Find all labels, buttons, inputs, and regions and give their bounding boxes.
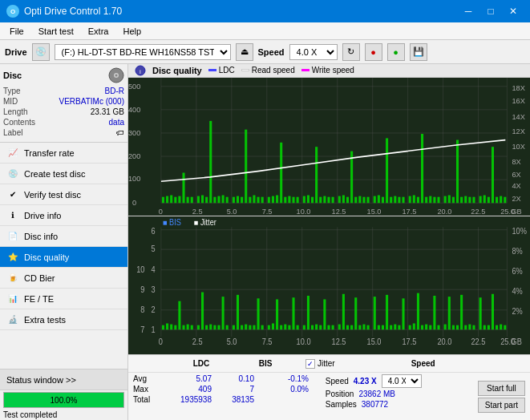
speed-label: Speed — [258, 47, 285, 57]
svg-rect-26 — [174, 196, 176, 203]
svg-rect-40 — [237, 196, 239, 203]
close-button[interactable]: ✕ — [503, 3, 524, 19]
jitter-checkbox[interactable]: ✓ — [305, 359, 315, 369]
drive-select[interactable]: (F:) HL-DT-ST BD-RE WH16NS58 TST4 — [55, 44, 231, 60]
speed-select[interactable]: 4.0 X — [289, 44, 338, 60]
svg-text:10.0: 10.0 — [297, 337, 311, 346]
svg-rect-169 — [249, 325, 251, 330]
maximize-button[interactable]: □ — [480, 3, 501, 19]
svg-rect-222 — [483, 325, 486, 330]
svg-rect-64 — [342, 195, 345, 203]
jitter-checkbox-container[interactable]: ✓ Jitter — [305, 359, 335, 369]
svg-rect-97 — [488, 196, 490, 203]
svg-text:12X: 12X — [512, 126, 526, 135]
svg-rect-65 — [346, 196, 349, 203]
mid-label: MID — [3, 97, 18, 106]
svg-rect-55 — [303, 196, 305, 203]
stats-right-panel: Speed 4.23 X 4.0 X Position 23862 MB Sam… — [321, 373, 473, 420]
svg-rect-214 — [448, 297, 451, 329]
svg-rect-48 — [272, 196, 274, 203]
content-area: i Disc quality LDC Read speed Write spee… — [128, 64, 530, 420]
svg-text:22.5: 22.5 — [471, 207, 485, 216]
svg-text:GB: GB — [511, 337, 521, 346]
svg-text:20.0: 20.0 — [437, 337, 451, 346]
refresh-button[interactable]: ↻ — [342, 43, 360, 61]
svg-rect-32 — [201, 195, 204, 203]
svg-rect-162 — [217, 325, 220, 330]
write-icon-button[interactable]: ● — [387, 43, 405, 61]
disc-section-title: Disc — [3, 71, 22, 80]
max-bis: 7 — [218, 385, 254, 394]
svg-text:12.5: 12.5 — [332, 337, 346, 346]
label-label: Label — [3, 128, 22, 137]
sidebar-item-drive-info[interactable]: ℹ Drive info — [0, 205, 127, 226]
chart-settings-icon[interactable]: i — [135, 65, 146, 76]
create-test-disc-icon: 💿 — [6, 168, 19, 180]
menu-file[interactable]: File — [3, 25, 30, 38]
read-icon-button[interactable]: ● — [365, 43, 382, 61]
svg-text:17.5: 17.5 — [402, 207, 416, 216]
samples-label: Samples — [326, 400, 357, 409]
menu-extra[interactable]: Extra — [82, 25, 115, 38]
svg-rect-43 — [249, 196, 251, 203]
sidebar-item-disc-info[interactable]: 📄 Disc info — [0, 226, 127, 247]
svg-rect-61 — [327, 196, 330, 203]
svg-rect-80 — [413, 195, 415, 203]
jitter-label: Jitter — [318, 359, 335, 368]
svg-rect-29 — [187, 196, 189, 203]
svg-text:2X: 2X — [512, 193, 522, 202]
svg-text:2.5: 2.5 — [192, 207, 203, 216]
disc-quality-icon: ⭐ — [6, 251, 19, 264]
svg-rect-191 — [346, 325, 349, 330]
svg-text:500: 500 — [128, 81, 140, 90]
svg-text:2%: 2% — [512, 307, 524, 316]
svg-rect-92 — [464, 196, 467, 203]
legend-read-speed: Read speed — [241, 66, 295, 75]
avg-label: Avg — [133, 374, 161, 383]
svg-text:5: 5 — [152, 244, 156, 253]
sidebar-item-cd-bier[interactable]: 🍺 CD Bier — [0, 268, 127, 289]
svg-text:17.5: 17.5 — [402, 337, 416, 346]
sidebar-item-verify-test-disc[interactable]: ✔ Verify test disc — [0, 184, 127, 205]
minimize-button[interactable]: ─ — [458, 3, 479, 19]
svg-rect-44 — [253, 195, 255, 203]
svg-rect-216 — [456, 325, 459, 330]
chart-header: i Disc quality LDC Read speed Write spee… — [128, 64, 530, 78]
sidebar-item-fe-te[interactable]: 📊 FE / TE — [0, 289, 127, 309]
svg-rect-208 — [421, 325, 423, 330]
legend-write-speed: Write speed — [301, 66, 354, 75]
svg-rect-51 — [284, 196, 286, 203]
svg-rect-88 — [448, 195, 451, 203]
svg-rect-193 — [354, 297, 357, 329]
drive-info-icon: ℹ — [6, 209, 19, 222]
speed-row: Speed 4.23 X 4.0 X — [326, 374, 468, 388]
upper-chart: 0 100 200 300 400 500 0 2.5 5.0 7.5 10.0… — [128, 78, 530, 216]
speed-select-small[interactable]: 4.0 X — [382, 374, 422, 388]
menu-start-test[interactable]: Start test — [32, 25, 80, 38]
svg-rect-223 — [488, 325, 490, 330]
svg-rect-73 — [382, 196, 384, 203]
sidebar-item-transfer-rate[interactable]: 📈 Transfer rate — [0, 143, 127, 164]
label-icon: 🏷 — [116, 128, 124, 137]
svg-rect-152 — [174, 325, 176, 330]
svg-rect-68 — [358, 196, 361, 203]
svg-text:22.5: 22.5 — [471, 337, 485, 346]
save-button[interactable]: 💾 — [410, 43, 427, 61]
samples-row: Samples 380772 — [326, 400, 468, 409]
svg-rect-95 — [479, 196, 482, 203]
drive-icon-button[interactable]: 💿 — [32, 43, 50, 61]
sidebar-item-disc-quality[interactable]: ⭐ Disc quality — [0, 247, 127, 268]
start-part-button[interactable]: Start part — [478, 398, 525, 413]
sidebar-item-extra-tests[interactable]: 🔬 Extra tests — [0, 309, 127, 330]
svg-text:4%: 4% — [512, 286, 524, 295]
menu-help[interactable]: Help — [116, 25, 148, 38]
start-full-button[interactable]: Start full — [478, 381, 525, 396]
status-window-button[interactable]: Status window >> — [0, 370, 127, 390]
eject-button[interactable]: ⏏ — [236, 43, 253, 61]
sidebar-item-create-test-disc[interactable]: 💿 Create test disc — [0, 164, 127, 184]
position-row: Position 23862 MB — [326, 390, 468, 398]
svg-rect-173 — [268, 325, 270, 330]
speed-label: Speed — [326, 377, 349, 386]
svg-point-2 — [115, 75, 118, 77]
svg-rect-76 — [394, 196, 396, 203]
